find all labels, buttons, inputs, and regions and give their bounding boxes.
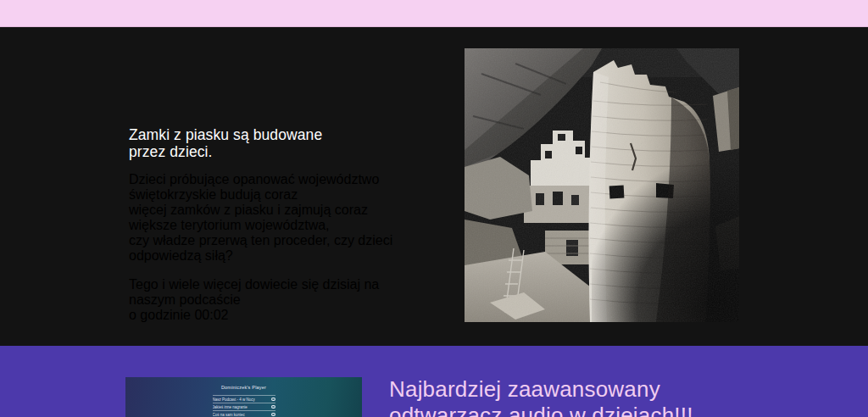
promo-section: Dominiczek's Player Nasz Podcast - 4 w N… bbox=[0, 346, 868, 417]
track-row[interactable]: Jakieś inne nagranie bbox=[213, 403, 275, 411]
play-circle-icon[interactable] bbox=[271, 413, 275, 417]
hero-heading-line: Zamki z piasku są budowane bbox=[129, 126, 417, 143]
hero-text-block: Zamki z piasku są budowane przez dzieci.… bbox=[129, 126, 417, 336]
track-label: Nasz Podcast - 4 w Nocy bbox=[213, 398, 255, 402]
hero-section: Zamki z piasku są budowane przez dzieci.… bbox=[0, 27, 868, 346]
track-label: Jakieś inne nagranie bbox=[213, 405, 248, 409]
track-row[interactable]: Coś na sam koniec bbox=[213, 411, 275, 417]
track-row[interactable]: Nasz Podcast - 4 w Nocy bbox=[213, 396, 275, 403]
track-label: Coś na sam koniec bbox=[213, 413, 245, 417]
player-screenshot: Dominiczek's Player Nasz Podcast - 4 w N… bbox=[125, 377, 362, 417]
hero-subparagraph-line: Tego i wiele więcej dowiecie się dzisiaj… bbox=[129, 277, 417, 308]
promo-heading-line: odtwarzacz audio w dziejach!!! bbox=[389, 403, 693, 417]
promo-heading: Najbardziej zaawansowany odtwarzacz audi… bbox=[389, 376, 693, 417]
promo-heading-line: Najbardziej zaawansowany bbox=[389, 376, 693, 403]
top-banner bbox=[0, 0, 868, 27]
hero-heading: Zamki z piasku są budowane przez dzieci. bbox=[129, 126, 417, 160]
play-circle-icon[interactable] bbox=[271, 398, 275, 402]
player-tracklist: Nasz Podcast - 4 w Nocy Jakieś inne nagr… bbox=[213, 395, 275, 417]
hero-paragraph-line: więcej zamków z piasku i zajmują coraz w… bbox=[129, 203, 417, 233]
castle-photo-image bbox=[465, 48, 739, 322]
hero-subparagraph-line: o godzinie 00:02 bbox=[129, 308, 417, 323]
player-title: Dominiczek's Player bbox=[125, 377, 362, 391]
play-circle-icon[interactable] bbox=[271, 405, 275, 409]
hero-heading-line: przez dzieci. bbox=[129, 143, 417, 160]
hero-paragraph-line: czy władze przerwą ten proceder, czy dzi… bbox=[129, 233, 417, 264]
hero-paragraph-line: Dzieci próbujące opanować województwo św… bbox=[129, 172, 417, 203]
